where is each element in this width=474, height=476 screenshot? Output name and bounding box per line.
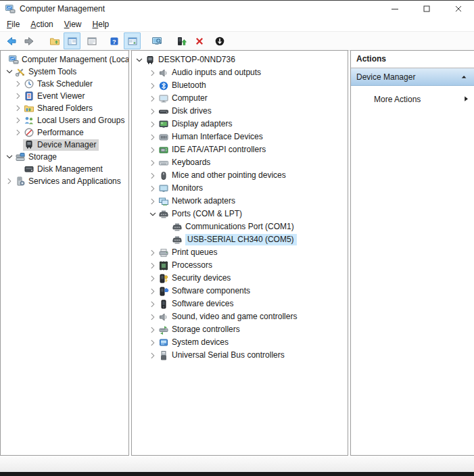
chevron-down-icon[interactable] xyxy=(5,152,14,162)
chevron-right-icon[interactable] xyxy=(148,325,158,335)
show-action-pane-button[interactable] xyxy=(124,32,141,49)
menu-file[interactable]: File xyxy=(1,18,25,30)
chevron-right-icon[interactable] xyxy=(148,300,158,309)
tree-item-local-users-and-groups[interactable]: Local Users and Groups xyxy=(1,114,128,126)
menu-help[interactable]: Help xyxy=(87,18,115,30)
scan-hardware-button[interactable] xyxy=(148,32,165,49)
chevron-right-icon[interactable] xyxy=(148,351,158,360)
tree-item-keyboards[interactable]: Keyboards xyxy=(132,156,348,169)
forward-button[interactable] xyxy=(20,32,37,49)
system-device-icon xyxy=(158,337,169,348)
printer-icon xyxy=(158,247,169,258)
tree-item-system-devices[interactable]: System devices xyxy=(132,336,348,349)
chevron-right-icon[interactable] xyxy=(148,197,158,206)
tree-item-computer[interactable]: Computer xyxy=(132,92,348,105)
sound-controller-icon xyxy=(158,312,169,323)
actions-pane-title: Actions xyxy=(351,51,474,68)
tree-item-human-interface-devices[interactable]: Human Interface Devices xyxy=(132,130,348,143)
chevron-right-icon[interactable] xyxy=(148,312,158,322)
computer-management-icon xyxy=(8,54,19,65)
collapse-chevron-icon[interactable] xyxy=(460,72,469,82)
tree-item-communications-port-com1[interactable]: Communications Port (COM1) xyxy=(132,220,348,233)
chevron-right-icon[interactable] xyxy=(14,79,23,89)
chevron-right-icon[interactable] xyxy=(5,176,14,186)
chevron-right-icon[interactable] xyxy=(148,145,158,155)
maximize-icon xyxy=(421,3,432,14)
chevron-right-icon[interactable] xyxy=(148,338,158,348)
tree-item-usb-serial-ch340-com5[interactable]: USB-SERIAL CH340 (COM5) xyxy=(132,233,348,246)
chevron-right-icon[interactable] xyxy=(148,68,158,78)
help-button[interactable]: ? xyxy=(105,32,122,49)
tree-item-software-components[interactable]: Software components xyxy=(132,285,348,298)
tree-item-storage-controllers[interactable]: Storage controllers xyxy=(132,323,348,336)
tree-item-ide-ata-atapi-controllers[interactable]: IDE ATA/ATAPI controllers xyxy=(132,143,348,156)
mouse-icon xyxy=(158,170,169,181)
chevron-right-icon[interactable] xyxy=(148,287,158,296)
chevron-right-icon[interactable] xyxy=(148,261,158,270)
tree-item-event-viewer[interactable]: Event Viewer xyxy=(1,90,128,102)
tree-item-desktop-0nnd736[interactable]: DESKTOP-0NND736 xyxy=(132,53,348,66)
back-button[interactable] xyxy=(3,32,20,49)
uninstall-device-button[interactable] xyxy=(191,32,208,49)
tree-item-system-tools[interactable]: System Tools xyxy=(1,66,128,78)
bluetooth-icon xyxy=(158,80,169,91)
tree-item-task-scheduler[interactable]: Task Scheduler xyxy=(1,78,128,90)
properties-button[interactable] xyxy=(83,32,100,49)
minimize-button[interactable] xyxy=(379,1,410,17)
processor-icon xyxy=(158,260,169,271)
actions-device-manager-header[interactable]: Device Manager xyxy=(351,68,474,86)
disable-device-button[interactable] xyxy=(211,32,228,49)
chevron-right-icon[interactable] xyxy=(148,107,158,116)
chevron-right-icon[interactable] xyxy=(148,94,158,103)
tree-item-device-manager[interactable]: Device Manager xyxy=(1,139,128,151)
chevron-right-icon[interactable] xyxy=(148,120,158,129)
chevron-right-icon[interactable] xyxy=(148,158,158,168)
more-actions-item[interactable]: More Actions xyxy=(351,92,474,107)
tree-item-network-adapters[interactable]: Network adapters xyxy=(132,195,348,208)
close-button[interactable] xyxy=(442,1,474,17)
chevron-right-icon[interactable] xyxy=(14,91,23,101)
tree-item-storage[interactable]: Storage xyxy=(1,151,128,163)
chevron-right-icon[interactable] xyxy=(14,128,23,137)
tree-item-computer-management-local[interactable]: Computer Management (Local) xyxy=(1,53,128,66)
tree-item-print-queues[interactable]: Print queues xyxy=(132,246,348,259)
tree-item-monitors[interactable]: Monitors xyxy=(132,182,348,195)
tree-item-services-and-applications[interactable]: Services and Applications xyxy=(1,175,128,187)
chevron-down-icon[interactable] xyxy=(135,55,144,65)
chevron-down-icon[interactable] xyxy=(5,67,14,76)
tree-item-mice-and-other-pointing-devices[interactable]: Mice and other pointing devices xyxy=(132,169,348,182)
tree-item-security-devices[interactable]: Security devices xyxy=(132,272,348,285)
tree-item-disk-management[interactable]: Disk Management xyxy=(1,163,128,175)
window-controls xyxy=(379,1,474,17)
maximize-button[interactable] xyxy=(410,1,442,17)
update-driver-button[interactable] xyxy=(172,32,189,49)
tree-item-audio-inputs-and-outputs[interactable]: Audio inputs and outputs xyxy=(132,66,348,79)
chevron-down-icon[interactable] xyxy=(148,210,158,219)
tree-item-software-devices[interactable]: Software devices xyxy=(132,298,348,310)
tree-item-performance[interactable]: Performance xyxy=(1,126,128,139)
chevron-right-icon[interactable] xyxy=(148,184,158,193)
chevron-right-icon[interactable] xyxy=(148,171,158,181)
tree-item-disk-drives[interactable]: Disk drives xyxy=(132,105,348,118)
close-icon xyxy=(453,3,464,14)
computer-device-icon xyxy=(145,55,156,66)
tree-item-universal-serial-bus-controllers[interactable]: Universal Serial Bus controllers xyxy=(132,349,348,362)
tree-item-shared-folders[interactable]: Shared Folders xyxy=(1,102,128,114)
chevron-right-icon[interactable] xyxy=(14,103,23,113)
tree-item-processors[interactable]: Processors xyxy=(132,259,348,272)
uninstall-x-icon xyxy=(194,36,205,47)
chevron-right-icon[interactable] xyxy=(148,248,158,258)
tree-item-bluetooth[interactable]: Bluetooth xyxy=(132,79,348,92)
event-viewer-icon xyxy=(24,91,34,101)
menu-view[interactable]: View xyxy=(59,18,87,30)
tree-item-sound-video-and-game-controllers[interactable]: Sound, video and game controllers xyxy=(132,310,348,323)
menu-action[interactable]: Action xyxy=(25,18,58,30)
chevron-right-icon[interactable] xyxy=(148,274,158,283)
chevron-right-icon[interactable] xyxy=(148,133,158,142)
tree-item-display-adapters[interactable]: Display adapters xyxy=(132,118,348,130)
tree-item-ports-com-lpt[interactable]: Ports (COM & LPT) xyxy=(132,208,348,220)
show-console-tree-button[interactable] xyxy=(64,32,80,49)
folder-button[interactable] xyxy=(46,32,63,49)
chevron-right-icon[interactable] xyxy=(14,116,23,125)
chevron-right-icon[interactable] xyxy=(148,81,158,91)
